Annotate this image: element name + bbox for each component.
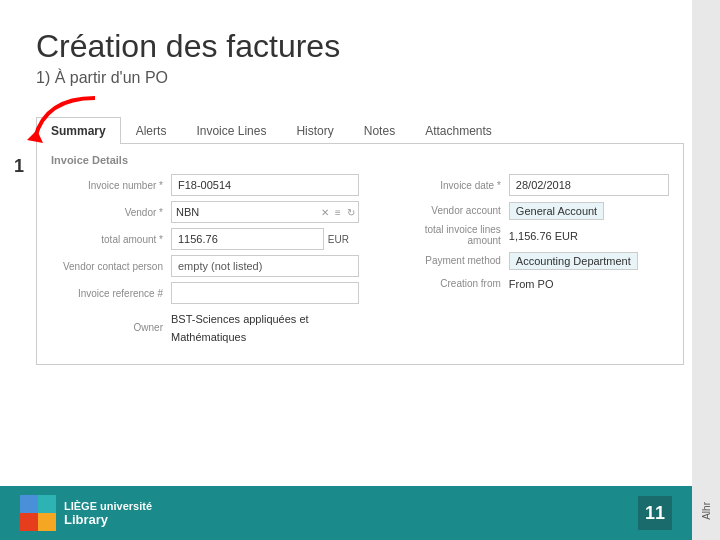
vendor-contact-row: Vendor contact person empty (not listed) <box>51 255 359 277</box>
page-subtitle: 1) À partir d'un PO <box>36 69 684 87</box>
total-amount-label: total amount * <box>51 234 171 245</box>
total-invoice-lines-label: total invoice lines amount <box>389 224 509 246</box>
invoice-date-wrap <box>509 174 669 196</box>
tab-attachments[interactable]: Attachments <box>410 117 507 144</box>
invoice-date-label: Invoice date * <box>389 180 509 191</box>
invoice-ref-wrap <box>171 282 359 304</box>
vendor-input[interactable] <box>172 206 318 218</box>
creation-from-wrap: From PO <box>509 274 669 292</box>
vendor-input-wrap: ✕ ≡ ↻ <box>171 201 359 223</box>
form-left-col: Invoice number * Vendor * ✕ ≡ <box>51 174 359 350</box>
bottom-bar: LIÈGE université Library 11 <box>0 486 692 540</box>
total-amount-wrap: EUR <box>171 228 359 250</box>
tab-invoice-lines[interactable]: Invoice Lines <box>181 117 281 144</box>
svg-rect-2 <box>38 513 56 531</box>
svg-rect-3 <box>20 495 38 513</box>
vendor-contact-select[interactable]: empty (not listed) <box>171 255 359 277</box>
vendor-refresh-icon[interactable]: ↻ <box>344 207 358 218</box>
invoice-ref-row: Invoice reference # <box>51 282 359 304</box>
owner-label: Owner <box>51 322 171 333</box>
total-amount-input[interactable] <box>171 228 324 250</box>
library-label: Library <box>64 512 152 527</box>
invoice-date-row: Invoice date * <box>389 174 669 196</box>
vendor-account-wrap: General Account <box>509 201 669 219</box>
invoice-ref-label: Invoice reference # <box>51 288 171 299</box>
invoice-number-value-wrap <box>171 174 359 196</box>
owner-value: BST-Sciences appliquées et Mathématiques <box>171 313 309 343</box>
payment-method-wrap: Accounting Department <box>509 251 669 269</box>
owner-row: Owner BST-Sciences appliquées et Mathéma… <box>51 309 359 345</box>
vendor-input-container[interactable]: ✕ ≡ ↻ <box>171 201 359 223</box>
vendor-clear-icon[interactable]: ✕ <box>318 207 332 218</box>
tab-notes[interactable]: Notes <box>349 117 410 144</box>
vendor-list-icon[interactable]: ≡ <box>332 207 344 218</box>
vendor-account-row: Vendor account General Account <box>389 201 669 219</box>
creation-from-label: Creation from <box>389 278 509 289</box>
invoice-number-row: Invoice number * <box>51 174 359 196</box>
main-content: Création des factures 1) À partir d'un P… <box>0 0 720 385</box>
vendor-row: Vendor * ✕ ≡ ↻ <box>51 201 359 223</box>
vendor-account-label: Vendor account <box>389 205 509 216</box>
page-number: 11 <box>645 503 665 524</box>
invoice-ref-input[interactable] <box>171 282 359 304</box>
invoice-date-input[interactable] <box>509 174 669 196</box>
tab-history[interactable]: History <box>281 117 348 144</box>
page-number-box: 11 <box>638 496 672 530</box>
vendor-contact-wrap: empty (not listed) <box>171 255 359 277</box>
step-number: 1 <box>14 156 24 177</box>
arrow-annotation <box>15 88 155 158</box>
logo-area: LIÈGE université Library <box>20 495 152 531</box>
university-logo-icon <box>20 495 56 531</box>
vendor-contact-label: Vendor contact person <box>51 261 171 272</box>
creation-from-row: Creation from From PO <box>389 274 669 292</box>
invoice-number-label: Invoice number * <box>51 180 171 191</box>
university-name: LIÈGE université <box>64 500 152 512</box>
payment-method-value: Accounting Department <box>509 252 638 270</box>
sidebar-text: Alhr <box>701 502 712 520</box>
total-invoice-lines-row: total invoice lines amount 1,156.76 EUR <box>389 224 669 246</box>
vendor-label: Vendor * <box>51 207 171 218</box>
total-invoice-lines-wrap: 1,156.76 EUR <box>509 226 669 244</box>
invoice-number-input[interactable] <box>171 174 359 196</box>
svg-rect-1 <box>20 513 38 531</box>
total-invoice-lines-value: 1,156.76 EUR <box>509 230 578 242</box>
page-title: Création des factures <box>36 28 684 65</box>
form-grid: Invoice number * Vendor * ✕ ≡ <box>51 174 669 350</box>
payment-method-row: Payment method Accounting Department <box>389 251 669 269</box>
vendor-account-value: General Account <box>509 202 604 220</box>
form-right-col: Invoice date * Vendor account General Ac… <box>389 174 669 350</box>
total-amount-row: total amount * EUR <box>51 228 359 250</box>
owner-value-wrap: BST-Sciences appliquées et Mathématiques <box>171 309 359 345</box>
logo-text: LIÈGE université Library <box>64 500 152 527</box>
svg-rect-4 <box>38 495 56 513</box>
form-container: Invoice Details Invoice number * Vendor … <box>36 144 684 365</box>
eur-label: EUR <box>328 234 349 245</box>
payment-method-label: Payment method <box>389 255 509 266</box>
creation-from-value: From PO <box>509 278 554 290</box>
